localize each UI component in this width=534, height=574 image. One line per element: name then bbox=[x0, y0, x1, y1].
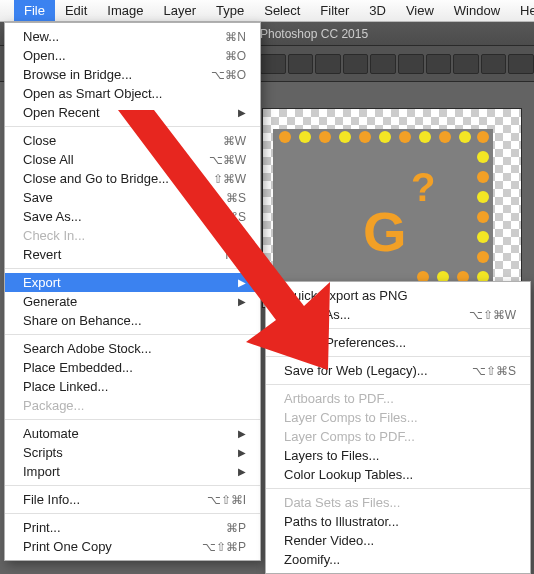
file-menu-item[interactable]: New...⌘N bbox=[5, 27, 260, 46]
file-menu-item[interactable]: Place Linked... bbox=[5, 377, 260, 396]
menu-item-shortcut: ⌘N bbox=[186, 30, 246, 44]
toolbar-button[interactable] bbox=[398, 54, 424, 74]
export-menu-item[interactable]: Color Lookup Tables... bbox=[266, 465, 530, 484]
menu-select[interactable]: Select bbox=[254, 0, 310, 21]
menu-separator bbox=[5, 268, 260, 269]
toolbar-button[interactable] bbox=[426, 54, 452, 74]
submenu-chevron-icon: ▶ bbox=[237, 447, 246, 458]
toolbar-button[interactable] bbox=[315, 54, 341, 74]
menu-file[interactable]: File bbox=[14, 0, 55, 21]
file-menu-item[interactable]: Print One Copy⌥⇧⌘P bbox=[5, 537, 260, 556]
menu-help[interactable]: He bbox=[510, 0, 534, 21]
file-menu-item[interactable]: Automate▶ bbox=[5, 424, 260, 443]
menu-item-label: Automate bbox=[23, 426, 229, 441]
export-menu-item[interactable]: Render Video... bbox=[266, 531, 530, 550]
export-menu-item[interactable]: Export Preferences... bbox=[266, 333, 530, 352]
export-menu-item: Layer Comps to PDF... bbox=[266, 427, 530, 446]
menu-filter[interactable]: Filter bbox=[310, 0, 359, 21]
menu-item-label: File Info... bbox=[23, 492, 186, 507]
export-menu-item: Data Sets as Files... bbox=[266, 493, 530, 512]
menu-item-label: Package... bbox=[23, 398, 246, 413]
menu-item-shortcut: ⌥⇧⌘W bbox=[456, 308, 516, 322]
menu-item-label: Export Preferences... bbox=[284, 335, 516, 350]
menu-item-label: Data Sets as Files... bbox=[284, 495, 516, 510]
export-submenu: Quick Export as PNGExport As...⌥⇧⌘WExpor… bbox=[265, 281, 531, 574]
toolbar-button[interactable] bbox=[508, 54, 534, 74]
file-menu-item[interactable]: Close and Go to Bridge...⇧⌘W bbox=[5, 169, 260, 188]
file-menu-item[interactable]: Print...⌘P bbox=[5, 518, 260, 537]
export-menu-item[interactable]: Paths to Illustrator... bbox=[266, 512, 530, 531]
menu-item-label: Search Adobe Stock... bbox=[23, 341, 246, 356]
file-menu-item[interactable]: Open Recent▶ bbox=[5, 103, 260, 122]
file-menu-item[interactable]: File Info...⌥⇧⌘I bbox=[5, 490, 260, 509]
export-menu-item: Layer Comps to Files... bbox=[266, 408, 530, 427]
toolbar-button[interactable] bbox=[370, 54, 396, 74]
menu-window[interactable]: Window bbox=[444, 0, 510, 21]
toolbar-button[interactable] bbox=[453, 54, 479, 74]
menu-item-label: New... bbox=[23, 29, 186, 44]
submenu-chevron-icon: ▶ bbox=[237, 277, 246, 288]
menu-item-shortcut: ⌥⇧⌘I bbox=[186, 493, 246, 507]
toolbar-button[interactable] bbox=[260, 54, 286, 74]
menu-image[interactable]: Image bbox=[97, 0, 153, 21]
file-menu-item[interactable]: Save As...⇧⌘S bbox=[5, 207, 260, 226]
menu-item-shortcut: ⌘S bbox=[186, 191, 246, 205]
menu-item-label: Color Lookup Tables... bbox=[284, 467, 516, 482]
menu-item-label: Share on Behance... bbox=[23, 313, 246, 328]
menu-item-label: Layer Comps to PDF... bbox=[284, 429, 516, 444]
export-menu-item[interactable]: Layers to Files... bbox=[266, 446, 530, 465]
menu-item-shortcut: ⌥⌘O bbox=[186, 68, 246, 82]
menu-separator bbox=[5, 485, 260, 486]
menu-view[interactable]: View bbox=[396, 0, 444, 21]
export-menu-item[interactable]: Export As...⌥⇧⌘W bbox=[266, 305, 530, 324]
canvas[interactable]: ? G bbox=[262, 108, 522, 308]
submenu-chevron-icon: ▶ bbox=[237, 428, 246, 439]
menu-type[interactable]: Type bbox=[206, 0, 254, 21]
menu-item-label: Artboards to PDF... bbox=[284, 391, 516, 406]
menu-3d[interactable]: 3D bbox=[359, 0, 396, 21]
toolbar-button[interactable] bbox=[481, 54, 507, 74]
menu-item-label: Scripts bbox=[23, 445, 229, 460]
menu-item-label: Layer Comps to Files... bbox=[284, 410, 516, 425]
menu-item-label: Print... bbox=[23, 520, 186, 535]
file-menu-item[interactable]: Share on Behance... bbox=[5, 311, 260, 330]
submenu-chevron-icon: ▶ bbox=[237, 466, 246, 477]
artwork-panel: ? G bbox=[273, 129, 493, 289]
menu-item-label: Check In... bbox=[23, 228, 246, 243]
file-menu-item[interactable]: Close All⌥⌘W bbox=[5, 150, 260, 169]
file-menu-item[interactable]: RevertF12 bbox=[5, 245, 260, 264]
menu-item-label: Open... bbox=[23, 48, 186, 63]
menu-item-label: Quick Export as PNG bbox=[284, 288, 516, 303]
menu-separator bbox=[5, 126, 260, 127]
export-menu-item[interactable]: Save for Web (Legacy)...⌥⇧⌘S bbox=[266, 361, 530, 380]
file-menu-item[interactable]: Export▶ bbox=[5, 273, 260, 292]
menu-layer[interactable]: Layer bbox=[154, 0, 207, 21]
menu-item-label: Export bbox=[23, 275, 229, 290]
menu-item-shortcut: ⇧⌘W bbox=[186, 172, 246, 186]
file-menu: New...⌘NOpen...⌘OBrowse in Bridge...⌥⌘OO… bbox=[4, 22, 261, 561]
file-menu-item[interactable]: Import▶ bbox=[5, 462, 260, 481]
menu-item-label: Layers to Files... bbox=[284, 448, 516, 463]
menu-item-shortcut: ⇧⌘S bbox=[186, 210, 246, 224]
file-menu-item[interactable]: Open as Smart Object... bbox=[5, 84, 260, 103]
file-menu-item[interactable]: Search Adobe Stock... bbox=[5, 339, 260, 358]
menu-item-label: Place Embedded... bbox=[23, 360, 246, 375]
file-menu-item[interactable]: Save⌘S bbox=[5, 188, 260, 207]
menu-edit[interactable]: Edit bbox=[55, 0, 97, 21]
export-menu-item[interactable]: Zoomify... bbox=[266, 550, 530, 569]
menu-item-label: Open as Smart Object... bbox=[23, 86, 246, 101]
menu-item-shortcut: ⌘O bbox=[186, 49, 246, 63]
file-menu-item[interactable]: Browse in Bridge...⌥⌘O bbox=[5, 65, 260, 84]
menu-item-shortcut: ⌥⇧⌘P bbox=[186, 540, 246, 554]
export-menu-item[interactable]: Quick Export as PNG bbox=[266, 286, 530, 305]
file-menu-item[interactable]: Place Embedded... bbox=[5, 358, 260, 377]
toolbar-button[interactable] bbox=[343, 54, 369, 74]
file-menu-item[interactable]: Close⌘W bbox=[5, 131, 260, 150]
file-menu-item[interactable]: Open...⌘O bbox=[5, 46, 260, 65]
toolbar-button[interactable] bbox=[288, 54, 314, 74]
file-menu-item[interactable]: Scripts▶ bbox=[5, 443, 260, 462]
file-menu-item[interactable]: Generate▶ bbox=[5, 292, 260, 311]
menu-separator bbox=[5, 419, 260, 420]
menu-item-label: Zoomify... bbox=[284, 552, 516, 567]
g-glyph: G bbox=[363, 199, 405, 264]
